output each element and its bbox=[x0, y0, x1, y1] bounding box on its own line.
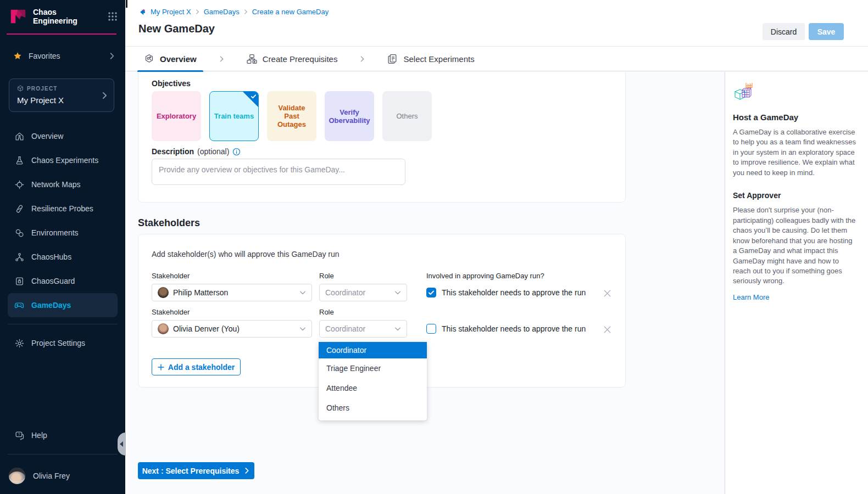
sidebar-item-label: Project Settings bbox=[31, 339, 85, 347]
chevron-down-icon bbox=[299, 289, 306, 296]
stakeholder-select-row1[interactable]: Philip Matterson bbox=[152, 284, 312, 301]
project-eyebrow: PROJECT bbox=[27, 86, 58, 92]
objective-card-exploratory[interactable]: Exploratory bbox=[152, 91, 201, 141]
sidebar-item-label: ChaosGuard bbox=[31, 277, 75, 285]
wizard-tabbar: Overview Create Prerequisites Select Exp… bbox=[125, 47, 868, 71]
help-panel: Host a GameDay A GameDay is a collaborat… bbox=[725, 72, 868, 494]
sidebar-item-label: Help bbox=[31, 431, 47, 440]
role-option-others[interactable]: Others bbox=[319, 398, 427, 418]
sidebar-item-network-maps[interactable]: Network Maps bbox=[8, 172, 118, 197]
project-name: My Project X bbox=[17, 96, 97, 105]
stakeholder-select-row2[interactable]: Olivia Denver (You) bbox=[152, 320, 312, 338]
chaos-engineering-logo-icon bbox=[9, 7, 27, 26]
molecule-icon bbox=[14, 252, 24, 262]
role-select-row2[interactable]: Coordinator bbox=[319, 320, 407, 338]
tab-label: Select Experiments bbox=[403, 54, 474, 64]
module-grid-icon[interactable] bbox=[108, 12, 118, 21]
sidebar-item-gamedays[interactable]: GameDays bbox=[8, 293, 118, 317]
breadcrumb: My Project X GameDays Create a new GameD… bbox=[125, 0, 868, 16]
discard-button[interactable]: Discard bbox=[763, 23, 805, 40]
sidebar-item-chaoshubs[interactable]: ChaosHubs bbox=[8, 245, 118, 269]
info-icon[interactable] bbox=[232, 148, 241, 156]
approve-checkbox-row1[interactable] bbox=[426, 288, 436, 297]
stakeholders-heading: Stakeholders bbox=[138, 217, 200, 229]
scrollbar-thumb[interactable] bbox=[126, 0, 127, 8]
description-textarea[interactable] bbox=[152, 159, 405, 185]
harness-logo-icon bbox=[138, 8, 147, 16]
tab-create-prerequisites[interactable]: Create Prerequisites bbox=[239, 47, 346, 71]
user-name: Olivia Frey bbox=[33, 471, 70, 480]
probe-capsule-icon bbox=[14, 204, 24, 214]
sidebar-item-label: Favorites bbox=[29, 52, 60, 60]
role-option-attendee[interactable]: Attendee bbox=[319, 378, 427, 398]
sidebar-item-label: GameDays bbox=[31, 301, 71, 310]
sidebar-item-project-settings[interactable]: Project Settings bbox=[8, 331, 118, 355]
learn-more-link[interactable]: Learn More bbox=[733, 293, 769, 301]
approve-checkbox-row2[interactable] bbox=[426, 324, 436, 334]
breadcrumb-current[interactable]: Create a new GameDay bbox=[252, 8, 329, 16]
sidebar-item-chaosguard[interactable]: ChaosGuard bbox=[8, 269, 118, 293]
role-option-coordinator[interactable]: Coordinator bbox=[319, 342, 427, 358]
sidebar-item-favorites[interactable]: Favorites bbox=[0, 43, 125, 69]
save-button[interactable]: Save bbox=[809, 23, 844, 40]
help-panel-approver-text: Please don't surprise your (non-particip… bbox=[733, 205, 858, 287]
objective-card-validate-past-outages[interactable]: Validate Past Outages bbox=[267, 91, 316, 141]
role-select-row1[interactable]: Coordinator bbox=[319, 284, 407, 301]
objective-card-train-teams[interactable]: Train teams bbox=[209, 91, 259, 141]
objective-card-label: Verify Obervability bbox=[328, 108, 371, 125]
sidebar: Chaos Engineering Favorites bbox=[0, 0, 125, 494]
role-value: Coordinator bbox=[325, 288, 365, 297]
sidebar-item-chaos-experiments[interactable]: Chaos Experiments bbox=[8, 148, 118, 172]
user-profile[interactable]: Olivia Frey bbox=[0, 461, 125, 494]
home-icon bbox=[14, 132, 24, 141]
objective-card-others[interactable]: Others bbox=[382, 91, 432, 141]
stakeholder-column-label: Stakeholder bbox=[152, 308, 190, 316]
sidebar-item-resilience-probes[interactable]: Resilience Probes bbox=[8, 197, 118, 221]
role-option-triage-engineer[interactable]: Triage Engineer bbox=[319, 358, 427, 378]
sidebar-collapse-handle[interactable] bbox=[118, 433, 126, 456]
tab-overview[interactable]: Overview bbox=[136, 47, 204, 71]
objective-card-verify-observability[interactable]: Verify Obervability bbox=[325, 91, 374, 141]
stakeholders-intro: Add stakeholder(s) who will approve this… bbox=[152, 250, 340, 259]
approve-label: This stakeholder needs to approve the ru… bbox=[442, 324, 586, 333]
stakeholder-name: Philip Matterson bbox=[173, 288, 228, 297]
stakeholder-column-label: Stakeholder bbox=[152, 272, 190, 280]
chevron-down-icon bbox=[394, 289, 401, 296]
sidebar-nav: Overview Chaos Experiments Network Maps … bbox=[0, 124, 125, 317]
description-label: Description bbox=[152, 147, 194, 156]
brand-divider bbox=[7, 33, 116, 35]
main-area: My Project X GameDays Create a new GameD… bbox=[125, 0, 868, 494]
sidebar-item-help[interactable]: ? Help bbox=[8, 423, 118, 447]
sidebar-item-label: ChaosHubs bbox=[31, 252, 71, 261]
network-map-icon bbox=[14, 180, 24, 189]
svg-text:?: ? bbox=[18, 432, 20, 437]
cubes-illustration-icon bbox=[733, 83, 858, 105]
remove-row1-close-icon[interactable] bbox=[603, 289, 612, 298]
sidebar-item-overview[interactable]: Overview bbox=[8, 124, 118, 148]
tab-label: Overview bbox=[160, 54, 197, 64]
project-selector[interactable]: PROJECT My Project X bbox=[9, 78, 114, 112]
sidebar-item-environments[interactable]: Environments bbox=[8, 221, 118, 245]
plus-icon bbox=[158, 364, 164, 370]
flask-icon bbox=[14, 156, 24, 165]
breadcrumb-project[interactable]: My Project X bbox=[151, 8, 191, 16]
tab-select-experiments[interactable]: Select Experiments bbox=[380, 47, 482, 71]
sidebar-item-label: Resilience Probes bbox=[31, 204, 93, 213]
add-stakeholder-button[interactable]: Add a stakeholder bbox=[152, 358, 241, 375]
remove-row2-close-icon[interactable] bbox=[603, 325, 612, 334]
sidebar-item-label: Overview bbox=[31, 132, 63, 141]
next-select-prerequisites-button[interactable]: Next : Select Prerequisites bbox=[138, 462, 254, 479]
form-scroll-area: Objectives Exploratory Train teams bbox=[125, 72, 725, 494]
breadcrumb-gamedays[interactable]: GameDays bbox=[204, 8, 240, 16]
approve-label: This stakeholder needs to approve the ru… bbox=[442, 288, 586, 297]
chevron-right-icon bbox=[219, 56, 225, 62]
description-optional-label: (optional) bbox=[197, 147, 229, 156]
chevron-down-icon bbox=[394, 325, 401, 332]
stakeholder-name: Olivia Denver (You) bbox=[173, 324, 240, 333]
chaos-engineering-app: Chaos Engineering Favorites bbox=[0, 0, 868, 494]
objective-card-label: Validate Past Outages bbox=[270, 104, 313, 128]
help-chat-icon: ? bbox=[14, 431, 24, 440]
app-logo-row: Chaos Engineering bbox=[0, 0, 125, 31]
user-avatar bbox=[9, 468, 25, 484]
help-panel-intro: A GameDay is a collaborative exercise to… bbox=[733, 127, 858, 178]
